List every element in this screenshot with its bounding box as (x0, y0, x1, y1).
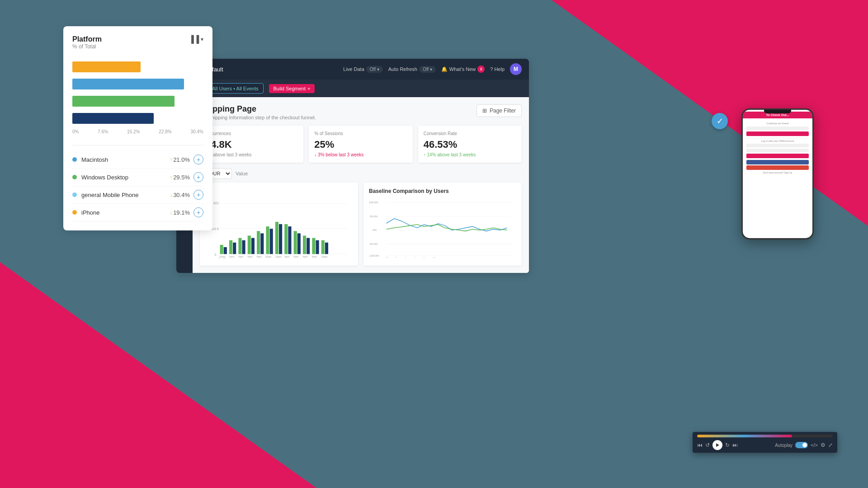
svg-text:8am: 8am (257, 255, 262, 258)
nav-right: Live Data Off ▾ Auto Refresh Off ▾ 🔔 Wha… (343, 63, 522, 75)
svg-rect-16 (266, 226, 269, 254)
rewind-btn[interactable]: ↺ (705, 442, 710, 448)
axis-3: 22.8% (159, 129, 171, 134)
whats-new-badge: 8 (477, 66, 485, 73)
svg-rect-14 (257, 231, 260, 254)
screen-email-input (746, 127, 809, 130)
sessions-value: 25% (314, 139, 407, 150)
svg-text:-50.0%: -50.0% (369, 242, 378, 245)
platform-name-mobile: general Mobile Phone (81, 192, 170, 198)
build-segment-btn[interactable]: Build Segment + (269, 84, 315, 93)
login-label: Log in with your SRM account (746, 140, 809, 142)
forward-btn[interactable]: ↻ (725, 442, 730, 448)
svg-text:6pm: 6pm (303, 255, 308, 258)
svg-text:50.0%: 50.0% (370, 215, 378, 218)
device-screen: To Check Out... Continue as Guest Log in… (743, 110, 812, 238)
svg-text:2am: 2am (396, 257, 401, 258)
bar-iphone (72, 61, 141, 72)
analytics-dashboard: ray › Default Live Data Off ▾ Auto Refre… (176, 59, 529, 273)
bar-row-2 (72, 78, 203, 90)
auto-refresh-label: Auto Refresh (388, 66, 417, 72)
screen-password-input (746, 149, 809, 152)
user-avatar[interactable]: M (510, 63, 522, 75)
line-chart-title: Baseline Comparison by Users (369, 188, 449, 194)
arrow-up-windows: ↑ (170, 174, 173, 180)
plus-btn-mobile[interactable]: + (193, 190, 203, 200)
svg-text:Sep 05: Sep 05 (218, 258, 226, 258)
svg-rect-25 (307, 238, 310, 254)
svg-text:0: 0 (214, 253, 216, 257)
live-data-toggle[interactable]: Live Data Off ▾ (343, 66, 382, 73)
platform-card-header: Platform % of Total ▐▐ ▾ (72, 35, 203, 59)
svg-text:6am: 6am (248, 255, 253, 258)
skip-back-btn[interactable]: ⏮ (697, 442, 703, 448)
auto-refresh-toggle[interactable]: Auto Refresh Off ▾ (388, 66, 436, 73)
value-label: Value (236, 171, 248, 176)
play-icon (716, 443, 719, 447)
whats-new-btn[interactable]: 🔔 What's New 8 (441, 66, 485, 73)
axis-4: 30.4% (191, 129, 203, 134)
bar-chart-card: ⤢ 821 410.5 0 (200, 183, 358, 266)
metric-sessions: % of Sessions 25% ↓ 3% below last 3 week… (309, 126, 412, 163)
chart-icon: ▐▐ (189, 35, 199, 43)
line-chart-header: Baseline Comparison by Users (369, 188, 516, 194)
svg-rect-23 (297, 233, 301, 254)
autoplay-toggle[interactable] (795, 442, 808, 448)
video-player: ⏮ ↺ ↻ ⏭ Autoplay </> ⚙ ⤢ (693, 432, 837, 453)
page-filter-button[interactable]: ⊞ Page Filter (476, 104, 522, 117)
platform-subtitle: % of Total (72, 43, 102, 50)
screen-facebook-btn (746, 160, 809, 164)
continue-guest-label: Continue as Guest (746, 122, 809, 125)
video-progress-bar (697, 435, 792, 437)
dashboard-navbar: ray › Default Live Data Off ▾ Auto Refre… (176, 59, 529, 80)
svg-text:4am: 4am (238, 255, 243, 258)
help-btn[interactable]: ? Help (490, 66, 505, 72)
plus-btn-iphone[interactable]: + (193, 207, 203, 217)
svg-rect-22 (294, 231, 297, 254)
dot-mobile (72, 192, 77, 197)
svg-text:8pm: 8pm (312, 255, 317, 258)
live-data-status: Off ▾ (366, 66, 383, 73)
skip-forward-btn[interactable]: ⏭ (732, 442, 738, 448)
device-notch (764, 110, 791, 113)
axis-1: 7.6% (98, 129, 108, 134)
check-circle: ✓ (712, 113, 728, 129)
page-subtitle: the Shipping Information step of the che… (200, 115, 316, 120)
plus-btn-macintosh[interactable]: + (193, 155, 203, 164)
settings-btn[interactable]: ⚙ (821, 442, 826, 448)
svg-text:12pm: 12pm (275, 255, 282, 258)
axis-labels: 0% 7.6% 15.2% 22.8% 30.4% (72, 129, 203, 134)
code-btn[interactable]: </> (811, 442, 818, 448)
page-header: Shipping Page the Shipping Information s… (200, 104, 522, 120)
svg-text:10am: 10am (265, 255, 271, 258)
platform-header-icons[interactable]: ▐▐ ▾ (189, 35, 203, 43)
svg-rect-11 (242, 240, 245, 254)
dot-iphone (72, 210, 77, 215)
svg-text:-100.0%: -100.0% (369, 254, 379, 257)
autoplay-label: Autoplay (775, 443, 793, 448)
svg-rect-29 (325, 243, 328, 254)
expand-btn[interactable]: ⤢ (828, 442, 833, 448)
svg-text:2pm: 2pm (284, 255, 289, 258)
play-button[interactable] (712, 440, 722, 450)
sessions-label: % of Sessions (314, 131, 407, 136)
bell-icon: 🔔 (441, 66, 448, 72)
help-label: ? Help (490, 66, 505, 72)
svg-text:4am: 4am (405, 257, 410, 258)
conversion-value: 46.53% (424, 139, 516, 150)
bar-chart-area: 0% 7.6% 15.2% 22.8% 30.4% (72, 61, 203, 138)
svg-text:4pm: 4pm (294, 255, 299, 258)
chevron-down-icon: ▾ (201, 36, 203, 42)
line-chart-svg: 100.0% 50.0% 0% -50.0% -100.0% (369, 198, 516, 258)
page-title: Shipping Page (200, 104, 316, 114)
svg-rect-19 (279, 224, 282, 254)
filter-bar: (UTC) ⊞ All Users • All Events Build Seg… (176, 80, 529, 97)
device-container: To Check Out... Continue as Guest Log in… (741, 108, 814, 239)
video-timeline[interactable] (697, 435, 833, 437)
svg-rect-8 (229, 240, 232, 254)
svg-rect-13 (251, 238, 255, 254)
arrow-down-mobile: ↓ (170, 192, 173, 197)
platform-list: Macintosh ↑ 21.0% + Windows Desktop ↑ 29… (72, 145, 203, 221)
plus-btn-windows[interactable]: + (193, 172, 203, 182)
bar-chart-svg: 821 410.5 0 (205, 199, 353, 258)
